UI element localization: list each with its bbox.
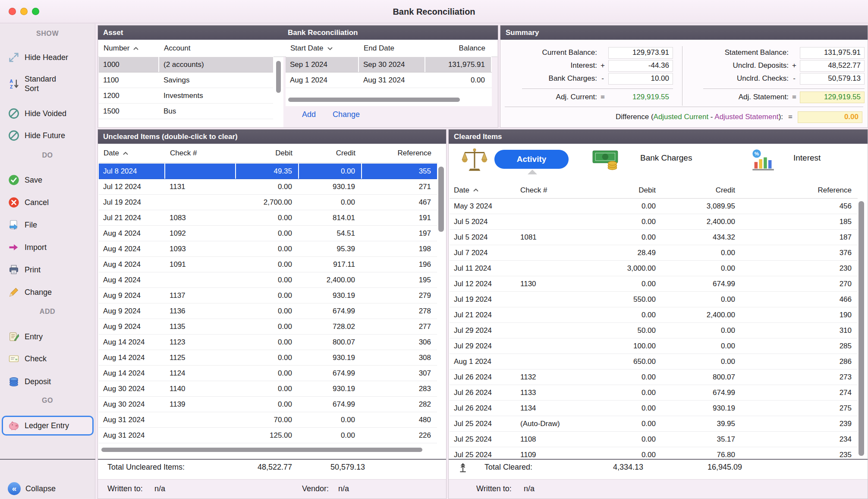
column-header-date[interactable]: Date — [99, 144, 165, 163]
uncleared-row[interactable]: Aug 9 2024 1136 0.00 674.99 278 — [99, 303, 437, 319]
column-header-balance[interactable]: Balance — [426, 40, 491, 57]
column-header-check[interactable]: Check # — [166, 144, 236, 163]
cell-reference: 376 — [742, 245, 858, 260]
column-header-debit[interactable]: Debit — [588, 182, 662, 198]
uncleared-hscrollbar-thumb[interactable] — [101, 448, 422, 452]
cleared-row[interactable]: Jul 11 2024 3,000.00 0.00 230 — [450, 261, 858, 276]
double-arrow-icon[interactable] — [458, 462, 468, 475]
sidebar-item-cancel[interactable]: Cancel — [2, 193, 94, 212]
uncleared-row[interactable]: Aug 31 2024 125.00 0.00 226 — [99, 428, 437, 443]
uncleared-row[interactable]: Aug 14 2024 1124 0.00 674.99 307 — [99, 366, 437, 381]
cell-date: Jul 11 2024 — [450, 261, 515, 276]
reconciliation-row[interactable]: Sep 1 2024 Sep 30 2024 131,975.91 — [286, 57, 492, 73]
cell-debit: 0.00 — [588, 432, 662, 447]
column-header-account[interactable]: Account — [160, 40, 274, 57]
tab-interest[interactable]: Interest — [793, 153, 821, 163]
sidebar-item-file[interactable]: File — [2, 215, 94, 234]
uncleared-row[interactable]: Aug 4 2024 1092 0.00 54.51 197 — [99, 226, 437, 241]
column-header-reference[interactable]: Reference — [362, 144, 437, 163]
uncleared-row[interactable]: Jul 8 2024 49.35 0.00 355 — [99, 164, 437, 179]
close-window-button[interactable] — [9, 8, 16, 15]
slash-circle-icon — [8, 129, 20, 142]
uncleared-row[interactable]: Aug 14 2024 1125 0.00 930.19 308 — [99, 350, 437, 366]
cleared-row[interactable]: Jul 19 2024 550.00 0.00 466 — [450, 292, 858, 307]
minimize-window-button[interactable] — [20, 8, 28, 15]
reconciliation-row[interactable]: Aug 1 2024 Aug 31 2024 0.00 — [286, 73, 492, 88]
cleared-row[interactable]: Jul 29 2024 50.00 0.00 310 — [450, 323, 858, 338]
sidebar-item-check[interactable]: Check — [2, 349, 94, 368]
sidebar-item-collapse[interactable]: « Collapse — [2, 479, 94, 498]
uncleared-row[interactable]: Aug 31 2024 70.00 0.00 480 — [99, 412, 437, 428]
column-header-credit[interactable]: Credit — [663, 182, 741, 198]
accounts-panel-header: Asset Bank Reconciliation — [98, 25, 498, 40]
uncleared-row[interactable]: Aug 30 2024 1140 0.00 930.19 283 — [99, 381, 437, 397]
uncleared-vscrollbar-thumb[interactable] — [438, 167, 444, 232]
change-reconciliation-link[interactable]: Change — [333, 110, 360, 119]
uncleared-row[interactable]: Jul 19 2024 2,700.00 0.00 467 — [99, 195, 437, 210]
sidebar-item-ledger-entry[interactable]: Ledger Entry — [2, 416, 94, 436]
account-row[interactable]: 1100 Savings — [99, 73, 273, 88]
cleared-row[interactable]: Jul 21 2024 0.00 2,400.00 190 — [450, 307, 858, 323]
cleared-row[interactable]: Jul 26 2024 1133 0.00 674.99 274 — [450, 385, 858, 401]
uncleared-row[interactable]: Aug 4 2024 1093 0.00 95.39 198 — [99, 241, 437, 257]
cell-reference: 310 — [742, 323, 858, 338]
adj-statement-value: 129,919.55 — [800, 92, 865, 103]
summary-row-label: Adj. Statement: — [739, 93, 789, 101]
cleared-row[interactable]: Jul 26 2024 1134 0.00 930.19 275 — [450, 401, 858, 416]
tab-bank-charges[interactable]: Bank Charges — [640, 153, 692, 163]
reconciliation-hscrollbar-thumb[interactable] — [288, 98, 460, 102]
cleared-vscrollbar-thumb[interactable] — [859, 201, 864, 456]
sidebar-item-standard-sort[interactable]: AZ Standard Sort — [2, 70, 94, 97]
uncleared-row[interactable]: Aug 14 2024 1123 0.00 800.07 306 — [99, 335, 437, 350]
asset-scrollbar-thumb[interactable] — [276, 61, 281, 93]
column-header-credit[interactable]: Credit — [299, 144, 362, 163]
cell-reference: 226 — [362, 428, 437, 443]
uncleared-row[interactable]: Aug 9 2024 1137 0.00 930.19 279 — [99, 288, 437, 303]
cleared-row[interactable]: May 3 2024 0.00 3,089.95 456 — [450, 199, 858, 214]
sidebar-item-change[interactable]: Change — [2, 283, 94, 302]
cleared-row[interactable]: Jul 26 2024 1132 0.00 800.07 273 — [450, 370, 858, 385]
sidebar-item-hide-header[interactable]: Hide Header — [2, 48, 94, 67]
summary-value-field: 48,522.77 — [800, 60, 865, 72]
uncleared-row[interactable]: Aug 4 2024 1091 0.00 917.11 196 — [99, 257, 437, 272]
account-row[interactable]: 1200 Investments — [99, 88, 273, 104]
cleared-row[interactable]: Jul 5 2024 0.00 2,400.00 185 — [450, 214, 858, 230]
sidebar-item-print[interactable]: Print — [2, 260, 94, 279]
uncleared-row[interactable]: Jul 21 2024 1083 0.00 814.01 191 — [99, 210, 437, 226]
uncleared-row[interactable]: Aug 9 2024 1135 0.00 728.02 277 — [99, 319, 437, 335]
cleared-row[interactable]: Jul 25 2024 1109 0.00 76.80 235 — [450, 447, 858, 459]
sidebar-item-hide-future[interactable]: Hide Future — [2, 126, 94, 145]
sidebar-item-entry[interactable]: Entry — [2, 327, 94, 346]
account-row[interactable]: 1500 Bus — [99, 104, 273, 119]
cleared-row[interactable]: Aug 1 2024 650.00 0.00 286 — [450, 354, 858, 370]
cleared-row[interactable]: Jul 25 2024 1108 0.00 35.17 234 — [450, 432, 858, 447]
add-reconciliation-link[interactable]: Add — [302, 110, 316, 119]
column-header-end-date[interactable]: End Date — [359, 40, 425, 57]
cleared-row[interactable]: Jul 25 2024 (Auto-Draw) 0.00 39.95 239 — [450, 416, 858, 432]
cleared-row[interactable]: Jul 12 2024 1130 0.00 674.99 270 — [450, 276, 858, 292]
account-row[interactable]: 1000 (2 accounts) — [99, 57, 273, 73]
sidebar-item-deposit[interactable]: Deposit — [2, 372, 94, 391]
cell-date: Jul 19 2024 — [99, 195, 164, 210]
column-header-check[interactable]: Check # — [516, 182, 587, 198]
column-header-date[interactable]: Date — [450, 182, 515, 198]
uncleared-row[interactable]: Aug 30 2024 1139 0.00 674.99 282 — [99, 397, 437, 412]
column-header-reference[interactable]: Reference — [742, 182, 858, 198]
reconciliation-rows: Sep 1 2024 Sep 30 2024 131,975.91 Aug 1 … — [286, 57, 492, 88]
cleared-row[interactable]: Jul 29 2024 100.00 0.00 285 — [450, 338, 858, 354]
cell-check-number — [516, 245, 587, 260]
uncleared-row[interactable]: Jul 12 2024 1131 0.00 930.19 271 — [99, 179, 437, 195]
column-header-start-date[interactable]: Start Date — [286, 40, 359, 57]
column-header-debit[interactable]: Debit — [236, 144, 299, 163]
sidebar-item-hide-voided[interactable]: Hide Voided — [2, 104, 94, 123]
written-to-value: n/a — [524, 484, 535, 493]
zoom-window-button[interactable] — [32, 8, 39, 15]
column-header-number[interactable]: Number — [99, 40, 159, 57]
cell-date: Jul 21 2024 — [99, 210, 164, 225]
uncleared-row[interactable]: Aug 4 2024 0.00 2,400.00 195 — [99, 272, 437, 288]
sidebar-item-save[interactable]: Save — [2, 171, 94, 189]
cleared-row[interactable]: Jul 5 2024 1081 0.00 434.32 187 — [450, 230, 858, 245]
cleared-row[interactable]: Jul 7 2024 28.49 0.00 376 — [450, 245, 858, 261]
tab-activity[interactable]: Activity — [494, 150, 569, 169]
sidebar-item-import[interactable]: Import — [2, 238, 94, 257]
